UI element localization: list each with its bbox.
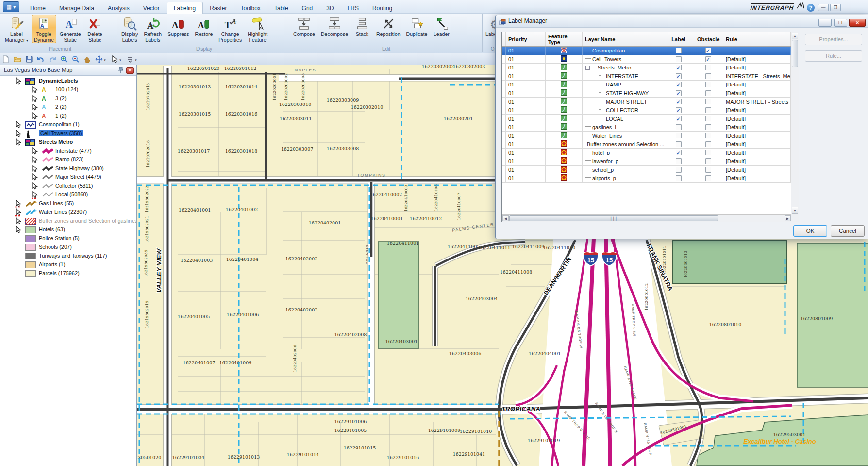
row-selector[interactable] xyxy=(502,55,506,64)
legend-item-label[interactable]: 3 (2) xyxy=(55,95,67,101)
legend-item-label[interactable]: Water Lines (22307) xyxy=(39,209,87,215)
obstacle-checkbox[interactable] xyxy=(705,65,711,70)
obstacle-checkbox[interactable] xyxy=(705,167,711,173)
legend-item-label[interactable]: Cosmopolitan (1) xyxy=(39,121,80,127)
layer-row-water-lines[interactable]: 01Water_Lines[Default] xyxy=(502,132,791,140)
column-obstacle[interactable]: Obstacle xyxy=(693,32,723,46)
display-labels-button[interactable]: DisplayLabels xyxy=(119,15,140,43)
redo-icon[interactable] xyxy=(47,54,58,64)
row-selector[interactable] xyxy=(502,132,506,140)
priority-cell[interactable]: 01 xyxy=(506,115,546,123)
tab-raster[interactable]: Raster xyxy=(203,2,234,14)
rule-cell[interactable]: [Default] xyxy=(723,64,791,72)
priority-cell[interactable]: 01 xyxy=(506,106,546,115)
save-icon[interactable] xyxy=(24,54,34,64)
expander-minus-icon[interactable]: − xyxy=(4,140,8,144)
priority-cell[interactable]: 01 xyxy=(506,55,546,64)
rule-cell[interactable] xyxy=(723,47,791,55)
legend-item-interstate-477[interactable]: Interstate (477) xyxy=(0,147,136,155)
column-feature-type[interactable]: FeatureType xyxy=(546,32,583,46)
layer-row-major-street[interactable]: 01MAJOR STREET✓MAJOR STREET - Streets_Me… xyxy=(502,98,791,106)
highlight-feature-button[interactable]: HighlightFeature xyxy=(245,15,270,43)
obstacle-checkbox[interactable] xyxy=(705,90,711,96)
layer-name-cell[interactable]: MAJOR STREET xyxy=(583,98,664,106)
legend-item-collector-5311[interactable]: Collector (5311) xyxy=(0,182,136,190)
label-checkbox[interactable]: ✓ xyxy=(676,73,682,79)
priority-cell[interactable]: 01 xyxy=(506,149,546,157)
label-checkbox[interactable] xyxy=(676,124,682,130)
layer-row-cell-towers[interactable]: 01Cell_Towers✓[Default] xyxy=(502,55,791,64)
priority-cell[interactable]: 01 xyxy=(506,81,546,89)
row-selector[interactable] xyxy=(502,81,506,89)
legend-item-label[interactable]: Local (50860) xyxy=(55,191,88,197)
legend-item-label[interactable]: Major Street (4479) xyxy=(55,174,101,180)
legend-item-water-lines-22307[interactable]: Water Lines (22307) xyxy=(0,208,136,217)
scroll-up-arrow[interactable]: ▲ xyxy=(792,33,798,39)
ok-button[interactable]: OK xyxy=(793,225,827,237)
legend-close-icon[interactable]: ✕ xyxy=(126,67,134,74)
row-selector[interactable] xyxy=(502,140,506,149)
open-folder-icon[interactable] xyxy=(12,54,23,64)
priority-cell[interactable]: 01 xyxy=(506,166,546,174)
legend-item-label[interactable]: Schools (207) xyxy=(39,244,72,250)
layer-name-cell[interactable]: gaslines_l xyxy=(583,123,664,132)
legend-item-label[interactable]: Gas Lines (55) xyxy=(39,200,74,206)
help-icon[interactable]: ? xyxy=(807,4,815,12)
legend-item-hotels-63[interactable]: Hotels (63) xyxy=(0,225,136,234)
legend-item-gas-lines-55[interactable]: Gas Lines (55) xyxy=(0,199,136,208)
layer-name-cell[interactable]: LOCAL xyxy=(583,115,664,123)
leader-button[interactable]: Leader xyxy=(431,15,452,38)
priority-cell[interactable]: 01 xyxy=(506,72,546,81)
obstacle-checkbox[interactable]: ✓ xyxy=(705,48,711,53)
legend-item-2-2[interactable]: A2 (2) xyxy=(0,103,136,112)
row-selector[interactable] xyxy=(502,47,506,55)
tab-toolbox[interactable]: Toolbox xyxy=(234,2,267,14)
rule-cell[interactable]: [Default] xyxy=(723,157,791,166)
vertical-scroll-thumb[interactable] xyxy=(792,40,798,67)
legend-item-label[interactable]: 100 (124) xyxy=(55,86,78,92)
window-minimize-button[interactable]: — xyxy=(818,4,829,11)
tab-home[interactable]: Home xyxy=(23,2,52,14)
undo-icon[interactable] xyxy=(35,54,46,64)
tab-vector[interactable]: Vector xyxy=(136,2,167,14)
stack-button[interactable]: Stack xyxy=(351,15,373,38)
reposition-button[interactable]: Reposition xyxy=(374,15,403,38)
compose-button[interactable]: Compose xyxy=(291,15,317,38)
row-selector[interactable] xyxy=(502,123,506,132)
fit-extent-icon[interactable]: ▾ xyxy=(94,54,108,64)
legend-item-label[interactable]: Cell Towers (358) xyxy=(39,130,83,136)
obstacle-checkbox[interactable] xyxy=(705,133,711,138)
legend-item-label[interactable]: Tunways and Taxiways (117) xyxy=(39,253,107,259)
row-selector[interactable] xyxy=(502,72,506,81)
obstacle-checkbox[interactable] xyxy=(705,107,711,113)
legend-item-label[interactable]: Police Station (5) xyxy=(39,235,80,241)
legend-item-label[interactable]: 2 (2) xyxy=(55,104,67,110)
column-layer-name[interactable]: Layer Name xyxy=(583,32,664,46)
tab-manage-data[interactable]: Manage Data xyxy=(52,2,101,14)
legend-item-label[interactable]: Hotels (63) xyxy=(39,226,65,232)
legend-item-ramp-823[interactable]: Ramp (823) xyxy=(0,155,136,164)
rule-cell[interactable]: [Default] xyxy=(723,115,791,123)
layer-name-cell[interactable]: Cell_Towers xyxy=(583,55,664,64)
new-document-icon[interactable] xyxy=(0,54,11,64)
rule-cell[interactable]: [Default] xyxy=(723,89,791,98)
row-selector[interactable] xyxy=(502,166,506,174)
application-menu-button[interactable]: ▦ ▾ xyxy=(3,1,19,12)
decompose-button[interactable]: Decompose xyxy=(318,15,351,38)
label-checkbox[interactable] xyxy=(676,158,682,164)
legend-item-label[interactable]: Parcels (175962) xyxy=(39,270,80,276)
obstacle-checkbox[interactable] xyxy=(705,116,711,121)
scroll-left-arrow[interactable]: ◀ xyxy=(502,215,509,221)
legend-item-tunways-and-taxiways-117[interactable]: Tunways and Taxiways (117) xyxy=(0,252,136,260)
scroll-down-arrow[interactable]: ▼ xyxy=(792,207,798,214)
obstacle-checkbox[interactable] xyxy=(705,99,711,104)
legend-item-state-highway-380[interactable]: State Highway (380) xyxy=(0,164,136,173)
toggle-dynamic-button[interactable]: AToggleDynamic xyxy=(32,15,56,43)
column-rule[interactable]: Rule xyxy=(723,32,791,46)
layer-row-gaslines-l[interactable]: 01gaslines_l[Default] xyxy=(502,123,791,132)
row-selector[interactable] xyxy=(502,157,506,166)
legend-item-schools-207[interactable]: Schools (207) xyxy=(0,243,136,252)
label-checkbox[interactable] xyxy=(676,133,682,138)
priority-cell[interactable]: 01 xyxy=(506,64,546,72)
legend-item-label[interactable]: Interstate (477) xyxy=(55,148,92,154)
